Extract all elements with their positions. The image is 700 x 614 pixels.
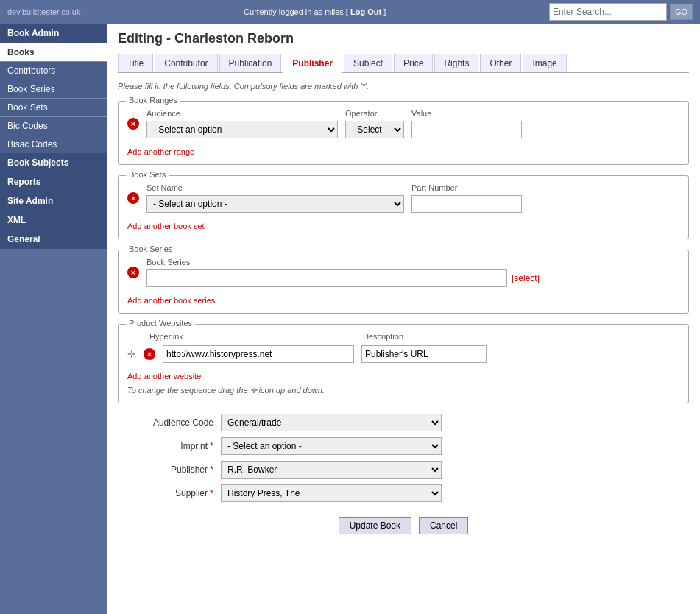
- website-headers: Hyperlink Description: [127, 332, 679, 341]
- sidebar-heading-xml: XML: [0, 211, 107, 230]
- remove-series-button[interactable]: ×: [127, 267, 139, 278]
- go-button[interactable]: GO: [670, 4, 693, 20]
- set-name-select[interactable]: - Select an option -: [146, 195, 404, 213]
- hyperlink-input[interactable]: [163, 345, 354, 363]
- website-row: ✛ ×: [127, 345, 679, 363]
- remove-range-button[interactable]: ×: [127, 118, 139, 130]
- info-text: Please fill in the following fields. Com…: [118, 82, 689, 91]
- button-row: Update Book Cancel: [118, 517, 689, 534]
- audience-field: Audience - Select an option -: [146, 109, 338, 138]
- part-number-input[interactable]: [411, 195, 522, 213]
- tab-publisher[interactable]: Publisher: [283, 54, 342, 73]
- value-label: Value: [411, 109, 522, 118]
- book-series-row: × Book Series [select]: [127, 258, 679, 287]
- imprint-select[interactable]: - Select an option -: [221, 437, 442, 455]
- remove-set-button[interactable]: ×: [127, 192, 139, 204]
- bottom-fields: Audience Code General/trade Imprint * - …: [118, 414, 689, 502]
- add-range-link[interactable]: Add another range: [127, 147, 194, 156]
- publisher-row: Publisher * R.R. Bowker: [118, 461, 689, 479]
- imprint-label: Imprint *: [118, 441, 221, 451]
- search-input[interactable]: [549, 3, 667, 21]
- book-series-label: Book Series: [146, 258, 540, 267]
- sidebar-heading-site-admin: Site Admin: [0, 191, 107, 211]
- product-websites-section: Product Websites Hyperlink Description ✛…: [118, 324, 689, 403]
- header: dev.buildtester.co.uk Currently logged i…: [0, 0, 700, 24]
- value-input[interactable]: [411, 121, 522, 138]
- book-series-section: Book Series × Book Series [select] Add a…: [118, 250, 689, 314]
- value-field: Value: [411, 109, 522, 138]
- audience-code-select[interactable]: General/trade: [221, 414, 442, 431]
- sidebar-heading-reports: Reports: [0, 172, 107, 191]
- add-website-link[interactable]: Add another website: [127, 372, 201, 381]
- tab-rights[interactable]: Rights: [434, 54, 478, 72]
- add-series-link[interactable]: Add another book series: [127, 296, 215, 305]
- audience-code-label: Audience Code: [118, 417, 221, 428]
- sidebar-item-book-sets[interactable]: Book Sets: [0, 98, 107, 116]
- description-header: Description: [363, 332, 403, 341]
- book-ranges-row: × Audience - Select an option - Operator…: [127, 109, 679, 138]
- remove-website-button[interactable]: ×: [144, 348, 155, 360]
- operator-field: Operator - Select -: [345, 109, 404, 138]
- book-sets-row: × Set Name - Select an option - Part Num…: [127, 183, 679, 213]
- set-name-label: Set Name: [146, 183, 404, 192]
- sidebar-item-contributors[interactable]: Contributors: [0, 61, 107, 80]
- tab-image[interactable]: Image: [523, 54, 566, 72]
- tab-contributor[interactable]: Contributor: [155, 54, 217, 72]
- part-number-field: Part Number: [411, 183, 522, 213]
- main-content: Editing - Charleston Reborn Title Contri…: [107, 24, 700, 614]
- login-info: Currently logged in as miles [ Log Out ]: [244, 7, 386, 16]
- page-title: Editing - Charleston Reborn: [118, 31, 689, 46]
- sidebar-heading-general: General: [0, 230, 107, 249]
- hyperlink-header: Hyperlink: [149, 332, 341, 341]
- operator-label: Operator: [345, 109, 404, 118]
- book-series-input[interactable]: [146, 269, 507, 287]
- series-select-link[interactable]: [select]: [512, 273, 540, 283]
- drag-note: To change the sequence drag the ✛ icon u…: [127, 386, 679, 395]
- logout-link[interactable]: Log Out: [350, 7, 381, 16]
- site-url: dev.buildtester.co.uk: [7, 7, 80, 16]
- sidebar-heading: Book Admin: [0, 24, 107, 43]
- audience-select[interactable]: - Select an option -: [146, 121, 338, 138]
- supplier-select[interactable]: History Press, The: [221, 484, 442, 502]
- product-websites-legend: Product Websites: [126, 319, 195, 328]
- audience-label: Audience: [146, 109, 338, 118]
- supplier-label: Supplier *: [118, 488, 221, 498]
- tab-price[interactable]: Price: [394, 54, 433, 72]
- cancel-button[interactable]: Cancel: [419, 517, 468, 534]
- publisher-label: Publisher *: [118, 465, 221, 475]
- book-sets-legend: Book Sets: [126, 170, 169, 179]
- tab-other[interactable]: Other: [480, 54, 521, 72]
- sidebar-item-bisac-codes[interactable]: Bisac Codes: [0, 135, 107, 153]
- drag-handle-icon[interactable]: ✛: [127, 348, 136, 360]
- supplier-row: Supplier * History Press, The: [118, 484, 689, 502]
- add-set-link[interactable]: Add another book set: [127, 222, 205, 230]
- operator-select[interactable]: - Select -: [345, 121, 404, 138]
- tab-subject[interactable]: Subject: [344, 54, 392, 72]
- sidebar-item-books[interactable]: Books: [0, 43, 107, 61]
- tab-publication[interactable]: Publication: [219, 54, 282, 72]
- sidebar-item-bic-codes[interactable]: Bic Codes: [0, 116, 107, 135]
- book-ranges-legend: Book Ranges: [126, 96, 180, 105]
- part-number-label: Part Number: [411, 183, 522, 192]
- sidebar-item-book-series[interactable]: Book Series: [0, 80, 107, 98]
- book-ranges-section: Book Ranges × Audience - Select an optio…: [118, 101, 689, 165]
- sidebar-heading-subjects: Book Subjects: [0, 153, 107, 172]
- book-sets-section: Book Sets × Set Name - Select an option …: [118, 175, 689, 239]
- book-series-field: Book Series [select]: [146, 258, 540, 287]
- imprint-row: Imprint * - Select an option -: [118, 437, 689, 455]
- tab-title[interactable]: Title: [118, 54, 153, 72]
- set-name-field: Set Name - Select an option -: [146, 183, 404, 213]
- publisher-select[interactable]: R.R. Bowker: [221, 461, 442, 479]
- sidebar: Book Admin Books Contributors Book Serie…: [0, 24, 107, 614]
- tab-bar: Title Contributor Publication Publisher …: [118, 54, 689, 73]
- search-area: GO: [549, 3, 693, 21]
- description-input[interactable]: [361, 345, 487, 363]
- audience-code-row: Audience Code General/trade: [118, 414, 689, 431]
- book-series-legend: Book Series: [126, 244, 175, 253]
- update-button[interactable]: Update Book: [339, 517, 411, 534]
